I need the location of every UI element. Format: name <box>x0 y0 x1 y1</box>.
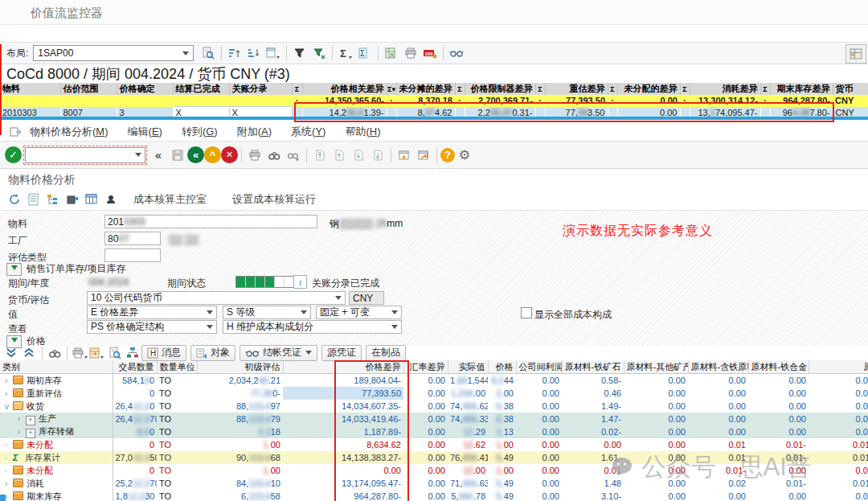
category-cell[interactable]: ›重新评估 <box>0 387 113 400</box>
column-header[interactable]: 期末库存差异 <box>770 83 833 95</box>
menu-item-2[interactable]: 转到(G) <box>182 125 218 139</box>
new-session-icon[interactable]: ★ <box>395 146 413 164</box>
expander-icon[interactable]: v <box>5 402 13 411</box>
detail-row-期初库存[interactable]: ›期初库存584,190TO2,034,249.21189,804.04-0.0… <box>0 374 868 388</box>
detail-row-期末库存[interactable]: ›期末库存1,812,330TO6,123,458964,287.80-0.00… <box>0 490 868 501</box>
detail-row-生产[interactable]: ›+生产26,412,370TO88,123,47914,033,419.46-… <box>0 413 868 425</box>
print-icon[interactable] <box>246 146 264 164</box>
show-all-cost-components-checkbox[interactable] <box>521 307 532 318</box>
fixed-variable-select[interactable]: 固定 + 可变 <box>316 306 402 319</box>
sort-asc-icon[interactable] <box>226 44 244 62</box>
valuation-type-input[interactable] <box>104 248 161 262</box>
app-button-1[interactable]: 设置成本核算运行 <box>232 192 316 207</box>
column-header[interactable]: 原材料-含铁原料 <box>688 360 748 374</box>
view-structure-select[interactable]: PS 价格确定结构 <box>87 320 217 334</box>
next-page-icon[interactable] <box>350 146 367 164</box>
other-material-icon[interactable] <box>63 191 81 208</box>
column-header[interactable]: 价格相关差异 <box>302 83 387 95</box>
category-cell[interactable]: v收货 <box>0 400 113 413</box>
detail-row-库存转储[interactable]: ›+库存转储8,90TO2,3181,187.89-0.0012.291,130… <box>0 425 868 438</box>
expander-icon[interactable]: › <box>5 492 13 501</box>
column-header[interactable]: Σ <box>535 83 545 95</box>
customize-icon[interactable]: ⚙ <box>456 146 473 164</box>
menu-item-3[interactable]: 附加(A) <box>237 125 272 139</box>
currency-icon[interactable]: 100 <box>421 44 439 62</box>
column-header[interactable]: 重估差异 <box>545 83 608 95</box>
column-header[interactable]: 价格 <box>488 360 516 374</box>
info-icon[interactable]: i <box>293 275 307 289</box>
detail-button-3[interactable]: 源凭证 <box>321 345 362 361</box>
column-header[interactable]: 估价范围 <box>60 83 117 95</box>
column-header[interactable]: 原材料-铁合金 <box>748 360 809 374</box>
app-button-0[interactable]: 成本核算主控室 <box>133 192 207 207</box>
column-header[interactable]: 类别 <box>0 360 113 374</box>
collapse-all-icon[interactable] <box>4 346 20 360</box>
cancel-icon[interactable]: ✕ <box>221 146 238 163</box>
column-header[interactable]: Σ <box>455 83 465 95</box>
sort-desc-icon[interactable] <box>245 44 263 62</box>
detail-button-4[interactable]: 在制品 <box>366 345 406 361</box>
column-header[interactable]: 关账分录 <box>229 83 292 95</box>
column-header[interactable]: 货币 <box>833 83 868 95</box>
expander-icon[interactable]: › <box>5 479 13 488</box>
value-type-select[interactable]: E 价格差异 <box>87 306 217 319</box>
save-icon[interactable] <box>169 146 186 164</box>
column-header[interactable]: 价格确定 <box>117 83 173 95</box>
help-icon[interactable]: ? <box>440 148 455 162</box>
export-dd-icon[interactable] <box>89 346 105 360</box>
detail-button-0[interactable]: H消息 <box>141 345 186 361</box>
expander-icon[interactable]: › <box>5 389 13 398</box>
column-header[interactable]: 实际值 <box>448 360 488 374</box>
command-field[interactable] <box>25 147 145 163</box>
print-icon[interactable] <box>402 44 420 62</box>
table-settings-icon[interactable] <box>845 44 866 64</box>
column-header[interactable]: 交易数量 <box>113 360 157 374</box>
column-header[interactable]: 未分摊的差异 <box>396 83 455 95</box>
exit-icon[interactable]: ^ <box>204 146 221 163</box>
menu-item-1[interactable]: 编辑(E) <box>128 125 162 139</box>
level-select[interactable]: S 等级 <box>223 306 311 319</box>
currency-select[interactable]: 10 公司代码货币 <box>87 291 346 305</box>
print-dd-icon[interactable] <box>72 346 88 360</box>
column-header[interactable]: 原材料-其他矿产 <box>624 360 688 374</box>
layout-combobox[interactable]: 1SAP00 <box>33 45 194 61</box>
expander-icon[interactable]: › <box>18 414 26 423</box>
plant-input[interactable]: 8007 <box>104 232 161 245</box>
choose-layout-icon[interactable] <box>107 346 123 360</box>
find-icon[interactable] <box>47 346 63 360</box>
glasses-icon[interactable] <box>448 44 465 62</box>
last-page-icon[interactable] <box>369 146 387 164</box>
filter-remove-icon[interactable] <box>310 44 328 62</box>
choose-layout-icon[interactable] <box>199 44 217 62</box>
sum-icon[interactable]: Σ <box>337 44 354 62</box>
detail-row-重新评估[interactable]: ›重新评估0TO77,390-77,393.500.001,234.002,00… <box>0 387 868 400</box>
prev-page-icon[interactable] <box>330 146 348 164</box>
filter-icon[interactable] <box>291 44 309 62</box>
back-icon[interactable]: « <box>187 146 204 163</box>
column-header[interactable]: Σ <box>608 83 617 95</box>
find-icon[interactable] <box>265 146 283 164</box>
collapse-icon[interactable]: « <box>149 146 167 164</box>
hierarchy-icon[interactable] <box>44 191 62 208</box>
column-header[interactable]: 汇率差异 <box>403 360 448 374</box>
details-icon[interactable] <box>264 44 282 62</box>
column-header[interactable]: 初级评估 <box>197 360 283 374</box>
category-cell[interactable]: ›+生产 <box>0 413 113 425</box>
detail-row-收货[interactable]: v收货26,412,30TO88,123,49714,034,607.35-0.… <box>0 400 868 413</box>
category-cell[interactable]: ·未分配 <box>0 438 113 451</box>
menu-item-0[interactable]: 物料价格分析(M) <box>30 125 108 139</box>
expander-icon[interactable]: › <box>18 427 26 436</box>
ok-icon[interactable]: ✓ <box>5 146 22 163</box>
menu-item-4[interactable]: 系统(Y) <box>291 125 326 139</box>
column-header[interactable]: 消耗差异 <box>690 83 760 95</box>
shortcut-icon[interactable] <box>415 146 432 164</box>
column-header[interactable]: Σ <box>760 83 770 95</box>
refresh-icon[interactable] <box>6 191 23 208</box>
detail-button-1[interactable]: 对象 <box>190 345 235 361</box>
column-header[interactable]: Σ <box>292 83 302 95</box>
column-header[interactable]: 物料 <box>0 83 60 95</box>
column-header[interactable]: 原材料-铁矿石 <box>562 360 624 374</box>
detail-button-2[interactable]: 结帐凭证 <box>240 345 317 361</box>
column-header[interactable]: Σ <box>680 83 690 95</box>
column-header[interactable]: 结算已完成 <box>173 83 229 95</box>
